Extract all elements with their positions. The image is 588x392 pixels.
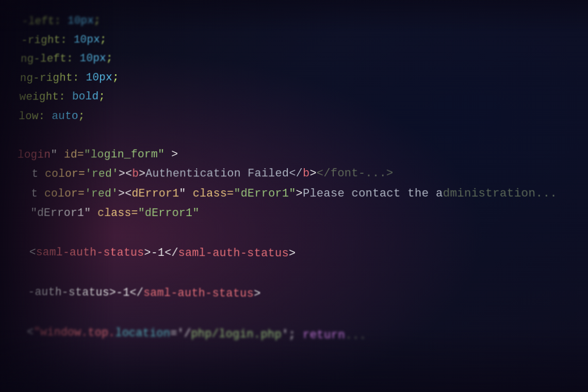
semicolon: ; [106, 52, 113, 64]
code-line-10: t color='red'><dError1" class="dError1">… [16, 184, 588, 204]
html-tag: saml-auth-status [36, 246, 144, 259]
html-tag: b [132, 168, 139, 181]
code-text: "dError1" [30, 207, 98, 220]
keyword: return [303, 329, 345, 342]
code-text: t [31, 168, 45, 181]
semicolon: ; [112, 71, 119, 84]
html-attr: dError1 [132, 187, 179, 200]
semicolon: ; [100, 33, 107, 45]
css-value: auto [52, 110, 78, 123]
location-keyword: location [115, 326, 170, 340]
html-tag: login [17, 149, 51, 161]
code-text: >-1</ [144, 247, 178, 259]
html-attr: id= [64, 148, 84, 161]
code-container: -left: 10px; -right: 10px; ng-left: 10px… [0, 0, 588, 371]
code-text: > [309, 167, 316, 180]
code-line-blank-1 [18, 123, 588, 145]
code-text: > [165, 148, 178, 161]
css-value: 10px [68, 14, 94, 27]
code-line-9: t color='red'><b>Authentication Failed</… [17, 164, 588, 185]
code-text: >< [118, 187, 132, 200]
css-property: -left: [22, 15, 68, 28]
code-line-11: "dError1" class="dError1" [15, 204, 588, 224]
attr-value: 'red' [85, 187, 119, 200]
attr-value: "dError1" [138, 207, 199, 220]
semicolon: ; [99, 90, 105, 103]
css-value: 10px [86, 71, 112, 84]
attr-value: "login_form" [84, 148, 165, 161]
attr-value: "dError1" [234, 187, 296, 200]
code-line-6: low: auto; [19, 103, 588, 126]
code-text: t [31, 187, 45, 200]
string-value: php/login.php [191, 328, 282, 342]
css-property: ng-left: [21, 53, 80, 66]
html-attr: class= [193, 187, 234, 200]
css-property: weight: [19, 91, 72, 104]
semicolon: ; [78, 110, 85, 122]
html-tag: saml-auth-status [178, 247, 288, 260]
code-text: ='/ [170, 327, 191, 340]
code-text-content: Authentication Failed</ [145, 167, 303, 180]
code-text: " [51, 149, 64, 161]
html-tag: "window.top. [34, 326, 116, 340]
code-editor-screenshot: -left: 10px; -right: 10px; ng-left: 10px… [0, 0, 588, 392]
code-text: > [254, 287, 261, 301]
code-line-13: <saml-auth-status>-1</saml-auth-status> [14, 243, 588, 266]
html-attr: color= [45, 168, 85, 181]
code-line-8: login" id="login_form" > [17, 143, 588, 165]
css-property: ng-right: [20, 71, 86, 84]
code-text-content: Please contact the a [303, 187, 443, 200]
code-text: > [289, 247, 296, 260]
code-dim: dministration... [443, 187, 557, 200]
css-value: bold [72, 90, 99, 103]
code-text: '; [282, 328, 303, 341]
code-text: " [179, 187, 193, 200]
code-text: -auth-status>-1</ [28, 286, 143, 300]
html-attr: color= [44, 187, 85, 200]
css-value: 10px [79, 52, 106, 64]
semicolon: ; [94, 14, 101, 27]
css-property: low: [19, 110, 52, 123]
html-tag: saml-auth-status [143, 286, 254, 300]
code-text: > [139, 168, 146, 181]
code-line-blank-2 [14, 223, 588, 245]
css-value: 10px [73, 33, 100, 45]
code-text: >< [119, 168, 133, 181]
code-dim: </font-...> [317, 167, 394, 180]
attr-value: 'red' [85, 168, 119, 181]
css-property: -right: [21, 34, 74, 46]
html-attr: class= [97, 207, 138, 220]
code-dim: ... [345, 329, 366, 342]
html-tag: b [303, 167, 309, 180]
code-text: > [296, 187, 303, 200]
